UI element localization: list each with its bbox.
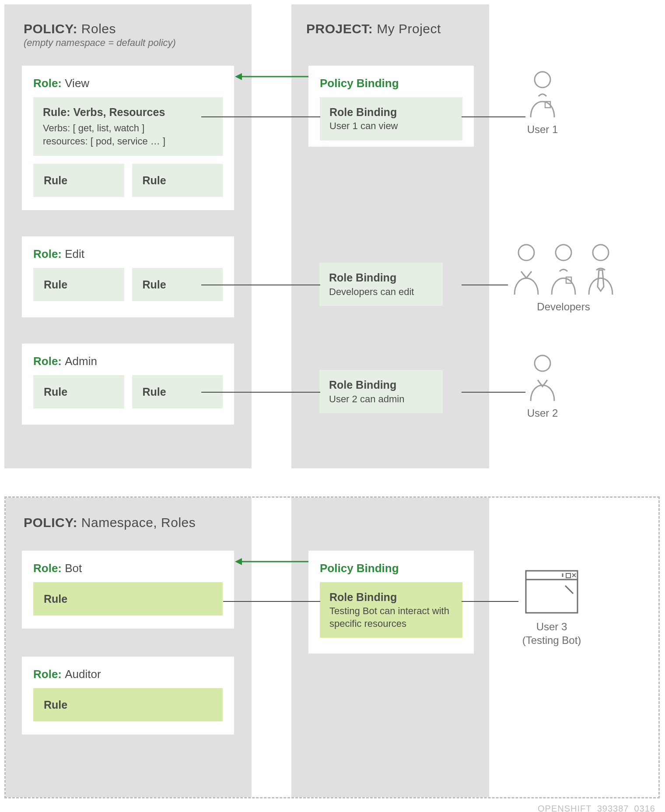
- role-view-title: Role: View: [33, 76, 223, 91]
- connector-edit-rb: [201, 285, 320, 285]
- terminal-icon: [523, 568, 580, 615]
- connector-view-rb: [201, 116, 320, 117]
- role-binding-edit: Role Binding Developers can edit: [319, 263, 443, 306]
- svg-point-3: [556, 245, 571, 260]
- person-icon: [525, 70, 560, 118]
- connector-edit-devs: [462, 285, 508, 285]
- policy-ns-panel: [6, 498, 252, 797]
- connector-bot-user3: [462, 601, 518, 602]
- role-view-card: Role: View Rule: Verbs, Resources Verbs:…: [22, 66, 234, 210]
- people-icon: [507, 243, 620, 295]
- person-icon: [525, 354, 560, 402]
- role-admin-card: Role: Admin Rule Rule: [22, 344, 234, 425]
- connector-admin-user2: [462, 392, 525, 393]
- svg-point-2: [518, 245, 534, 260]
- policy-title-strong: POLICY:: [24, 21, 77, 36]
- svg-point-5: [593, 245, 609, 260]
- role-edit-card: Role: Edit Rule Rule: [22, 236, 234, 317]
- svg-point-6: [535, 355, 550, 371]
- policy-binding-view-card: Policy Binding Role Binding User 1 can v…: [308, 66, 474, 147]
- role-bot-card: Role: Bot Rule: [22, 551, 234, 629]
- footer-id: OPENSHIFT_393387_0316: [538, 803, 655, 812]
- connector-view-user1: [462, 116, 525, 117]
- rule-box: Rule: [33, 268, 124, 302]
- svg-marker-8: [235, 73, 242, 80]
- policy-binding-title: Policy Binding: [320, 76, 462, 91]
- svg-rect-14: [566, 573, 570, 578]
- arrow-view: [234, 72, 309, 81]
- rule-box: Rule: [33, 375, 124, 409]
- role-bot-title: Role: Bot: [33, 561, 223, 576]
- policy-subtitle: (empty namespace = default policy): [24, 37, 176, 49]
- policy-ns-title: POLICY: Namespace, Roles: [24, 514, 196, 531]
- rule-verbs-resources: Rule: Verbs, Resources Verbs: [ get, lis…: [33, 97, 223, 156]
- arrow-bot: [234, 557, 309, 566]
- role-binding-view: Role Binding User 1 can view: [320, 97, 462, 141]
- role-binding-bot: Role Binding Testing Bot can interact wi…: [320, 582, 462, 638]
- role-auditor-title: Role: Auditor: [33, 667, 223, 682]
- policy-roles-title: POLICY: Roles: [24, 20, 116, 37]
- svg-marker-10: [235, 558, 242, 565]
- user1-figure: User 1: [516, 70, 569, 136]
- user2-figure: User 2: [516, 354, 569, 420]
- project-title: PROJECT: My Project: [306, 20, 441, 37]
- connector-bot-rb: [223, 601, 320, 602]
- policy-title-rest: Roles: [77, 21, 116, 36]
- connector-admin-rb: [201, 392, 320, 393]
- developers-figure: Developers: [502, 243, 625, 313]
- role-admin-title: Role: Admin: [33, 354, 223, 369]
- svg-line-17: [565, 586, 573, 594]
- svg-point-0: [535, 72, 550, 88]
- rule-box: Rule: [33, 688, 223, 722]
- rule-box: Rule: [132, 164, 223, 197]
- role-edit-title: Role: Edit: [33, 247, 223, 262]
- rule-box: Rule: [33, 164, 124, 197]
- policy-binding-bot-card: Policy Binding Role Binding Testing Bot …: [308, 551, 474, 654]
- rule-box: Rule: [33, 582, 223, 616]
- role-binding-admin: Role Binding User 2 can admin: [319, 370, 443, 413]
- user3-figure: User 3 (Testing Bot): [514, 568, 589, 647]
- role-auditor-card: Role: Auditor Rule: [22, 657, 234, 735]
- svg-rect-11: [526, 571, 578, 613]
